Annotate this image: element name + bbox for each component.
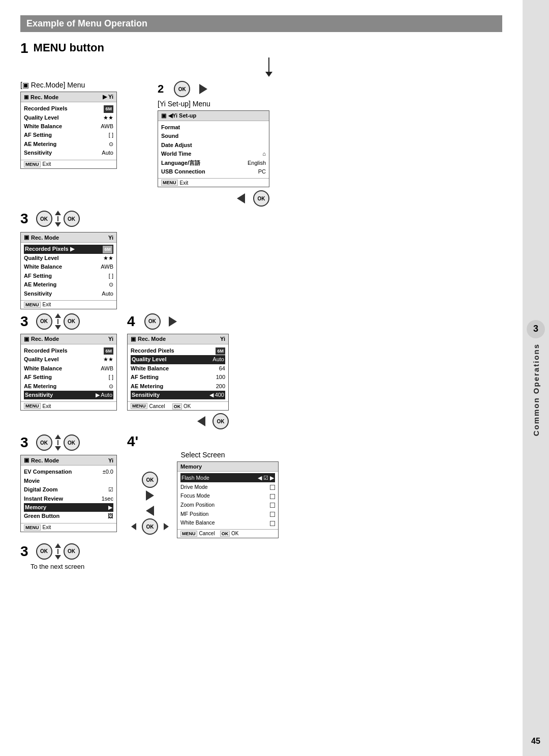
mr5-dz: Digital Zoom☑	[24, 485, 113, 494]
mr5-ev: EV Compensation±0.0	[24, 468, 113, 476]
right-arrow-2	[199, 84, 207, 94]
drive-checkbox	[270, 485, 275, 490]
mf-checkbox	[270, 512, 275, 517]
menu-body-5: EV Compensation±0.0 Movie Digital Zoom☑ …	[21, 466, 116, 522]
menu-screen-4: ▣Rec. Mode Yi Recorded Pixels6M Quality …	[127, 334, 229, 411]
down-arrow-4	[55, 555, 61, 560]
menu-row-af2: AF Setting[ ]	[24, 272, 113, 280]
ok-btn-4left[interactable]: OK	[212, 413, 229, 429]
menu-body-3: Recorded Pixels6M Quality Level★★ White …	[21, 344, 116, 402]
menu-footer-4: MENU Cancel OK OK	[128, 401, 228, 410]
left-arrow-4	[197, 416, 205, 426]
menu-screen-1: ▣ Rec. Mode ▶ Yi Recorded Pixels 6M Qual…	[20, 92, 117, 169]
ok-btn-s4[interactable]: OK	[144, 313, 161, 330]
vert-arrows-2	[55, 313, 61, 330]
step4p-bottom-nav: OK	[127, 518, 173, 535]
menu-row-wb2: White BalanceAWB	[24, 263, 113, 271]
vert-arrows-1	[55, 211, 61, 227]
menu-screen-3: ▣Rec. Mode Yi Recorded Pixels6M Quality …	[20, 334, 117, 411]
step4prime-number: 4'	[127, 434, 138, 449]
menu-screen-5: ▣Rec. Mode Yi EV Compensation±0.0 Movie …	[20, 455, 117, 532]
left-arrow-container: OK	[158, 190, 269, 207]
ok-btn-s3-2[interactable]: OK	[36, 313, 52, 330]
mem-row-focus: Focus Mode	[180, 491, 275, 501]
mr5-mem: Memory▶	[24, 503, 113, 512]
ok-btn-s3-4[interactable]: OK	[36, 543, 52, 560]
up-arrow-2	[55, 313, 61, 318]
side-tab-number: 3	[533, 324, 538, 334]
ok-btn-4p-bot[interactable]: OK	[142, 518, 158, 535]
menu-body-1: Recorded Pixels 6M Quality Level ★★ Whit…	[21, 102, 116, 160]
right-arrow-4p	[146, 490, 154, 501]
menu-row-wb3: White BalanceAWB	[24, 364, 113, 373]
zoom-checkbox	[270, 503, 275, 508]
left-arrow-4p	[146, 506, 154, 516]
step2-right: 2 OK [Yi Set-up] Menu ▣ ◀Yi Set-up Forma…	[158, 81, 269, 207]
down-arrow-3	[55, 446, 61, 451]
menu-row-rp2: Recorded Pixels ▶ 6M	[24, 245, 113, 254]
wb-checkbox	[270, 521, 275, 526]
menu-arrow-1: ▶ Yi	[103, 94, 113, 100]
menu-body-2: Recorded Pixels ▶ 6M Quality Level★★ Whi…	[21, 243, 116, 300]
mem-row-zoom: Zoom Position	[180, 501, 275, 510]
side-tab-label: Common Operations	[532, 343, 540, 436]
arrow-down-1	[36, 57, 502, 77]
page-number: 45	[531, 737, 540, 746]
rec-mode-label: [▣ Rec.Mode] Menu	[20, 81, 152, 89]
step3-num-4: 3	[20, 544, 28, 559]
mr4-wb: White Balance64	[131, 364, 225, 373]
step4prime-group: 4' Select Screen OK OK Memory	[127, 434, 279, 538]
select-screen-label: Select Screen	[127, 451, 279, 459]
ok-btn-left[interactable]: OK	[253, 190, 269, 207]
setup-usb: USB ConnectionPC	[161, 167, 266, 176]
section-header: Example of Menu Operation	[20, 15, 502, 32]
mem-row-wb: White Balance	[180, 518, 275, 528]
step3-4-row: 3 OK OK ▣Rec. Mode Yi Recorded Pixels6M	[20, 313, 502, 430]
mr4-af: AF Setting100	[131, 373, 225, 382]
memory-body: Flash Mode ◀ ☑ ▶ Drive Mode Focus Mode	[177, 472, 278, 529]
setup-lang: Language/言語English	[161, 159, 266, 167]
setup-footer: MENU Exit	[158, 178, 269, 187]
down-arrow-1	[55, 222, 61, 227]
menu-title-3: ▣Rec. Mode Yi	[21, 334, 116, 344]
ok-btn-s3-2b[interactable]: OK	[64, 313, 80, 330]
menu-title-4: ▣Rec. Mode Yi	[128, 334, 228, 344]
mr5-movie: Movie	[24, 477, 113, 485]
menu-row-rp3: Recorded Pixels6M	[24, 346, 113, 356]
ok-btn-s3-1b[interactable]: OK	[64, 211, 80, 227]
ok-btn-s3-1[interactable]: OK	[36, 211, 52, 227]
step3-num-1: 3	[20, 212, 28, 226]
step1-row: 1 MENU button	[20, 41, 502, 55]
step4-number: 4	[127, 314, 135, 329]
ok-btn-s3-3[interactable]: OK	[36, 434, 52, 451]
ok-btn-4p-top[interactable]: OK	[142, 472, 158, 488]
menu-title-2: ▣ Rec. Mode Yi	[21, 232, 116, 243]
ok-btn-s3-4b[interactable]: OK	[64, 543, 80, 560]
mr4-sens: Sensitivity◀ 400	[131, 391, 225, 399]
setup-world: World Time⌂	[161, 150, 266, 158]
down-arrow-2	[55, 325, 61, 330]
ok-btn-s3-3b[interactable]: OK	[64, 434, 80, 451]
menu-footer-3: MENUExit	[21, 401, 116, 410]
cam-icon-1: ▣	[24, 94, 28, 100]
menu-row-ql: Quality Level ★★	[24, 113, 113, 122]
step3-num-3: 3	[20, 435, 28, 450]
setup-body: Format Sound Date Adjust World Time⌂ Lan…	[158, 121, 269, 178]
main-content: Example of Menu Operation 1 MENU button …	[0, 0, 523, 756]
memory-title: Memory	[177, 462, 278, 472]
menu-body-4: Recorded Pixels6M Quality LevelAuto Whit…	[128, 344, 228, 402]
up-arrow-3	[55, 434, 61, 439]
menu-row-ql3: Quality Level★★	[24, 355, 113, 364]
setup-sound: Sound	[161, 132, 266, 140]
mem-row-flash: Flash Mode ◀ ☑ ▶	[180, 473, 275, 482]
menu-title-text-1: Rec. Mode	[30, 94, 58, 100]
menu-title-5: ▣Rec. Mode Yi	[21, 455, 116, 466]
right-arrow-4	[169, 316, 177, 327]
menu-footer-1: MENU Exit	[21, 160, 116, 168]
ok-btn-step2[interactable]: OK	[174, 81, 190, 97]
up-arrow-1	[55, 211, 61, 215]
to-next-screen: To the next screen	[30, 563, 502, 570]
mem-row-mf: MF Position	[180, 509, 275, 518]
step3-4prime-row: 3 OK OK ▣Rec. Mode Yi EV Compensation±0.…	[20, 434, 502, 538]
left-arrow-2	[237, 190, 245, 207]
